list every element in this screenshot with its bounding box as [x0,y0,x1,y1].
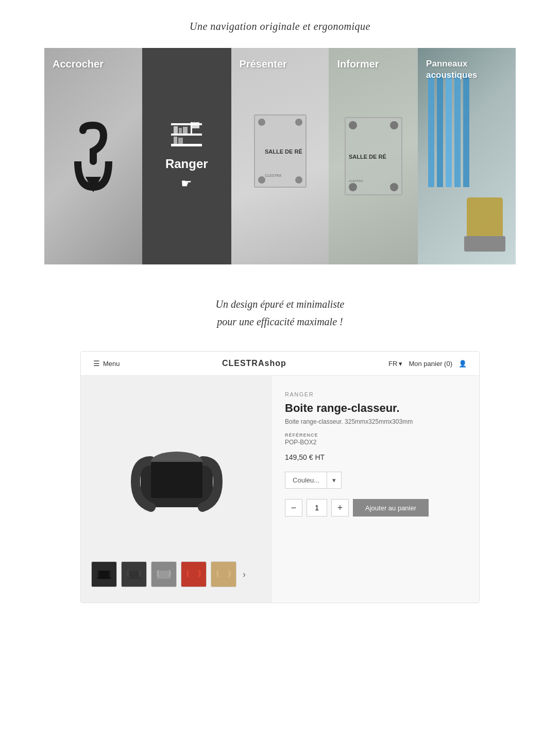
svg-rect-29 [127,571,141,579]
cursor-icon: ☛ [181,176,192,191]
mid-tagline: Un design épuré et minimaliste pour une … [0,264,560,351]
product-thumbnails: › [91,556,262,592]
shop-mockup: ☰ Menu CLESTRAshop FR ▾ Mon panier (0) 👤 [80,351,480,603]
color-selector: Couleu... ▾ [285,472,464,489]
product-title: Boite range-classeur. [285,402,464,415]
nav-banner: Accrocher Ranger ☛ [44,48,516,264]
svg-point-20 [390,121,398,129]
svg-rect-4 [174,126,178,134]
color-dropdown-button[interactable]: ▾ [327,472,342,489]
svg-text:CLESTRA: CLESTRA [349,179,363,182]
nav-panel-ranger-label: Ranger [165,157,208,171]
svg-rect-5 [179,128,182,134]
shop-header: ☰ Menu CLESTRAshop FR ▾ Mon panier (0) 👤 [81,352,479,376]
svg-rect-10 [192,122,199,128]
nav-panel-accrocher-label: Accrocher [53,58,104,70]
add-to-cart-button[interactable]: Ajouter au panier [353,499,429,517]
svg-rect-1 [171,144,202,146]
quantity-input[interactable] [307,499,327,517]
svg-point-22 [390,183,398,191]
thumbnail-5[interactable] [211,561,236,587]
top-tagline: Une navigation originale et ergonomique [0,0,560,48]
product-ref-value: POP-BOX2 [285,439,464,446]
product-subtitle: Boite range-classeur. 325mmx325mmx303mm [285,418,464,425]
color-select-button[interactable]: Couleu... [285,472,327,489]
svg-rect-2 [171,134,202,136]
product-price: 149,50 € HT [285,453,464,461]
shop-content: › RANGER Boite range-classeur. Boite ran… [81,376,479,603]
thumbnail-3[interactable] [151,561,177,587]
mid-tagline-line1: Un design épuré et minimaliste [10,295,550,313]
nav-panel-acoustiques-label: Panneaux acoustiques [426,58,516,81]
hamburger-icon: ☰ [93,359,100,368]
svg-rect-27 [151,462,202,498]
thumbnail-1[interactable] [91,561,117,587]
svg-point-21 [349,183,357,191]
svg-point-19 [349,121,357,129]
thumbnail-next-arrow[interactable]: › [243,569,246,580]
lang-selector[interactable]: FR ▾ [388,360,402,368]
nav-panel-presenter[interactable]: SALLE DE RÉ CLESTRA Présenter [231,48,329,264]
nav-panel-informer[interactable]: SALLE DE RÉ CLESTRA Informer [329,48,418,264]
quantity-plus-button[interactable]: + [331,499,349,517]
svg-rect-31 [187,571,200,579]
thumbnail-4[interactable] [181,561,207,587]
menu-button[interactable]: ☰ Menu [93,359,120,368]
product-image-area: › [81,376,272,603]
shop-logo: CLESTRAshop [222,359,286,368]
nav-panel-accrocher[interactable]: Accrocher [44,48,142,264]
nav-panel-informer-label: Informer [337,58,379,70]
svg-rect-9 [191,122,192,134]
mid-tagline-line2: pour une efficacité maximale ! [10,313,550,330]
quantity-add-row: − + Ajouter au panier [285,499,464,517]
lang-label: FR [388,360,397,368]
shop-header-right: FR ▾ Mon panier (0) 👤 [388,360,467,368]
svg-rect-7 [174,137,177,144]
svg-text:SALLE DE RÉ: SALLE DE RÉ [349,154,386,160]
svg-text:SALLE DE RÉ: SALLE DE RÉ [265,148,302,155]
logo-suffix: shop [264,359,286,368]
quantity-minus-button[interactable]: − [285,499,302,517]
svg-text:CLESTRA: CLESTRA [265,174,282,177]
svg-rect-6 [183,127,188,134]
svg-point-13 [295,119,302,126]
product-detail: RANGER Boite range-classeur. Boite range… [272,376,479,603]
thumbnail-2[interactable] [121,561,147,587]
logo-brand: CLESTRA [222,359,265,368]
svg-rect-28 [97,571,111,579]
shelves-icon [171,122,202,153]
menu-label: Menu [103,360,120,368]
cart-label[interactable]: Mon panier (0) [409,360,452,368]
nav-panel-ranger[interactable]: Ranger ☛ [142,48,231,264]
product-main-image [91,386,262,556]
product-category: RANGER [285,391,464,397]
user-icon[interactable]: 👤 [459,360,467,368]
svg-point-15 [295,176,302,184]
svg-point-14 [258,176,265,184]
nav-panel-presenter-label: Présenter [240,58,287,70]
svg-rect-30 [157,571,171,579]
nav-panel-acoustiques[interactable]: Panneaux acoustiques [418,48,516,264]
svg-rect-8 [178,138,183,144]
svg-rect-32 [217,571,230,579]
product-ref-label: RÉFÉRENCE [285,432,464,438]
svg-point-12 [258,119,265,126]
lang-chevron-icon: ▾ [399,360,402,368]
